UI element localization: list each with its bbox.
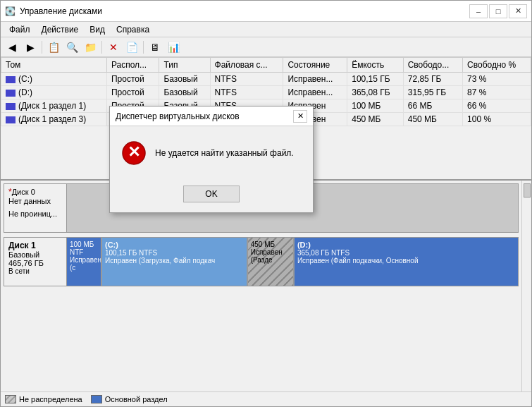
close-button[interactable]: ✕ <box>509 4 527 18</box>
disk1-part2-status: Исправен (Загрузка, Файл подкач <box>105 257 244 265</box>
disk1-part1[interactable]: 100 МБ NTF Исправен (с <box>67 238 102 286</box>
disk1-part2-name: (C:) <box>105 241 244 249</box>
toolbar-btn2[interactable]: 🔍 <box>63 40 80 55</box>
table-row[interactable]: (C:)ПростойБазовыйNTFSИсправен...100,15 … <box>1 73 531 86</box>
disk1-part4[interactable]: (D:) 365,08 ГБ NTFS Исправен (Файл подка… <box>295 238 518 286</box>
disk0-extra: Не проиниц... <box>8 209 62 218</box>
toolbar-btn7[interactable]: 📊 <box>165 40 182 55</box>
toolbar-sep2 <box>101 41 102 54</box>
col-header-capacity: Ёмкость <box>347 58 404 73</box>
disk1-status: В сети <box>8 267 62 275</box>
toolbar-sep1 <box>42 41 42 54</box>
toolbar-btn1[interactable]: 📋 <box>45 40 62 55</box>
error-icon: ✕ <box>121 140 147 166</box>
legend-unalloc: Не распределена <box>5 395 82 403</box>
disk0-status: Нет данных <box>8 197 62 205</box>
toolbar-sep3 <box>143 41 144 54</box>
disk1-part1-status: Исправен (с <box>70 256 98 272</box>
toolbar: ◀ ▶ 📋 🔍 📁 ✕ 📄 🖥 📊 <box>1 37 531 57</box>
menu-file[interactable]: Файл <box>4 23 36 36</box>
toolbar-back[interactable]: ◀ <box>4 40 20 55</box>
scrollbar[interactable] <box>521 181 531 391</box>
dialog-body: ✕ Не удается найти указанный файл. <box>110 126 313 180</box>
disk1-size: 465,76 ГБ <box>8 259 62 267</box>
title-bar-left: 💽 Управление дисками <box>5 6 102 16</box>
minimize-button[interactable]: – <box>469 4 488 18</box>
dialog-message: Не удается найти указанный файл. <box>155 147 294 159</box>
disk1-part4-size: 365,08 ГБ NTFS <box>297 249 515 257</box>
legend-primary: Основной раздел <box>91 395 168 403</box>
menu-action[interactable]: Действие <box>36 23 85 36</box>
col-header-volume: Том <box>1 58 107 73</box>
disk1-partitions: 100 МБ NTF Исправен (с (C:) 100,15 ГБ NT… <box>67 237 519 286</box>
disk1-name: Диск 1 <box>8 241 62 250</box>
disk0-name: *Диск 0 <box>8 187 62 197</box>
dialog-footer: OK <box>110 180 313 212</box>
title-controls: – □ ✕ <box>469 4 527 18</box>
volume-icon <box>6 103 16 110</box>
toolbar-btn4[interactable]: ✕ <box>105 40 122 55</box>
col-header-free: Свободо... <box>403 58 462 73</box>
dialog-title-text: Диспетчер виртуальных дисков <box>116 111 240 121</box>
disk1-part4-name: (D:) <box>297 241 515 249</box>
col-header-location: Распол... <box>106 58 159 73</box>
toolbar-btn6[interactable]: 🖥 <box>147 40 163 55</box>
col-header-type: Тип <box>159 58 210 73</box>
title-bar: 💽 Управление дисками – □ ✕ <box>1 1 531 22</box>
legend-unalloc-box <box>5 395 16 403</box>
disk1-part2-size: 100,15 ГБ NTFS <box>105 249 244 257</box>
toolbar-btn3[interactable]: 📁 <box>82 40 99 55</box>
window-icon: 💽 <box>5 6 16 16</box>
toolbar-btn5[interactable]: 📄 <box>123 40 140 55</box>
col-header-fs: Файловая с... <box>210 58 283 73</box>
volume-icon <box>6 90 16 97</box>
disk1-part3-size: 450 МБ <box>251 241 290 248</box>
legend-primary-label: Основной раздел <box>105 395 168 403</box>
disk-row-1: Диск 1 Базовый 465,76 ГБ В сети 100 МБ N… <box>4 237 519 286</box>
table-header-row: Том Распол... Тип Файловая с... Состояни… <box>1 58 531 73</box>
dialog-box: Диспетчер виртуальных дисков ✕ ✕ Не удае… <box>109 106 314 213</box>
disk0-label: *Диск 0 Нет данных Не проиниц... <box>4 183 67 233</box>
dialog-close-button[interactable]: ✕ <box>293 110 307 123</box>
maximize-button[interactable]: □ <box>489 4 507 18</box>
ok-button[interactable]: OK <box>183 186 240 202</box>
table-row[interactable]: (D:)ПростойБазовыйNTFSИсправен...365,08 … <box>1 86 531 99</box>
disk1-part3[interactable]: 450 МБ Исправен (Разде <box>248 238 295 286</box>
window-title: Управление дисками <box>20 6 102 16</box>
disk1-type: Базовый <box>8 250 62 259</box>
menu-view[interactable]: Вид <box>84 23 111 36</box>
col-header-status: Состояние <box>283 58 347 73</box>
toolbar-forward[interactable]: ▶ <box>22 40 39 55</box>
volume-icon <box>6 76 16 83</box>
disk1-part4-status: Исправен (Файл подкачки, Основной <box>297 257 515 265</box>
col-header-free-pct: Свободно % <box>463 58 531 73</box>
disk1-part2[interactable]: (C:) 100,15 ГБ NTFS Исправен (Загрузка, … <box>102 238 248 286</box>
menu-help[interactable]: Справка <box>111 23 155 36</box>
dialog-title: Диспетчер виртуальных дисков ✕ <box>110 107 313 126</box>
legend-unalloc-label: Не распределена <box>19 395 82 403</box>
disk1-label: Диск 1 Базовый 465,76 ГБ В сети <box>4 237 67 286</box>
disk1-part1-size: 100 МБ NTF <box>70 241 98 256</box>
menu-bar: Файл Действие Вид Справка <box>1 22 531 37</box>
volume-icon <box>6 116 16 123</box>
legend-primary-box <box>91 395 102 403</box>
disk1-part3-status: Исправен (Разде <box>251 248 290 264</box>
svg-text:✕: ✕ <box>128 143 140 161</box>
legend: Не распределена Основной раздел <box>1 391 531 406</box>
scroll-thumb[interactable] <box>524 183 531 198</box>
